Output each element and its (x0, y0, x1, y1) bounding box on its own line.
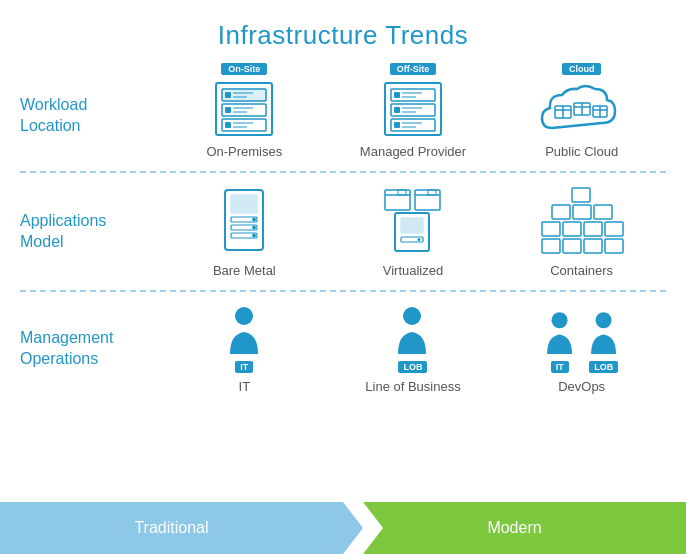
item-bare-metal: Bare Metal (179, 185, 309, 278)
svg-rect-7 (225, 107, 231, 113)
lob-person-group: LOB (390, 304, 435, 373)
bar-traditional: Traditional (0, 502, 343, 554)
svg-rect-63 (563, 239, 581, 253)
item-containers: Containers (517, 185, 647, 278)
containers-icon (537, 185, 627, 257)
svg-rect-17 (402, 92, 422, 94)
on-premises-icon-wrapper: On-Site (208, 73, 280, 138)
on-premises-icon (208, 73, 280, 138)
svg-rect-3 (225, 92, 231, 98)
on-site-badge: On-Site (221, 63, 267, 75)
devops-persons-row: IT LOB (540, 309, 624, 373)
managed-provider-icon (377, 73, 449, 138)
svg-rect-58 (542, 222, 560, 236)
bar-modern: Modern (343, 502, 686, 554)
svg-rect-11 (225, 122, 231, 128)
svg-rect-24 (394, 122, 400, 128)
svg-rect-16 (394, 92, 400, 98)
row-content-applications: Bare Metal Virtual (160, 185, 666, 278)
row-management: ManagementOperations IT IT (0, 292, 686, 406)
row-applications: ApplicationsModel Bare Metal (0, 173, 686, 290)
svg-rect-18 (402, 96, 416, 98)
devops-lob-person-icon (584, 309, 624, 359)
svg-rect-59 (563, 222, 581, 236)
item-managed-provider: Off-Site (348, 73, 478, 159)
svg-point-66 (235, 307, 253, 325)
virtualized-icon (380, 185, 445, 257)
page-container: Infrastructure Trends WorkloadLocation O… (0, 0, 686, 554)
it-person-group: IT (222, 304, 267, 373)
traditional-label: Traditional (134, 519, 208, 537)
svg-point-41 (252, 218, 256, 222)
item-lob: LOB Line of Business (348, 304, 478, 394)
modern-label: Modern (487, 519, 541, 537)
svg-rect-64 (584, 239, 602, 253)
item-virtualized: Virtualized (348, 185, 478, 278)
containers-label: Containers (550, 263, 613, 278)
public-cloud-label: Public Cloud (545, 144, 618, 159)
it-badge: IT (235, 361, 253, 373)
svg-point-42 (252, 226, 256, 230)
row-label-workload: WorkloadLocation (20, 95, 160, 137)
svg-point-67 (403, 307, 421, 325)
svg-rect-5 (233, 96, 247, 98)
item-it: IT IT (179, 304, 309, 394)
svg-point-53 (418, 238, 421, 241)
public-cloud-icon (537, 73, 627, 138)
svg-rect-13 (233, 126, 247, 128)
item-public-cloud: Cloud (517, 73, 647, 159)
lob-label: Line of Business (365, 379, 460, 394)
svg-point-69 (595, 312, 611, 328)
svg-rect-8 (233, 107, 253, 109)
bare-metal-label: Bare Metal (213, 263, 276, 278)
bottom-bar: Traditional Modern (0, 502, 686, 554)
public-cloud-icon-wrapper: Cloud (537, 73, 627, 138)
off-site-badge: Off-Site (390, 63, 437, 75)
svg-rect-62 (542, 239, 560, 253)
svg-rect-21 (402, 107, 422, 109)
cloud-badge: Cloud (562, 63, 602, 75)
virtualized-label: Virtualized (383, 263, 443, 278)
svg-rect-65 (605, 239, 623, 253)
item-devops: IT LOB DevOps (517, 309, 647, 394)
svg-rect-57 (594, 205, 612, 219)
svg-rect-51 (401, 218, 423, 233)
devops-label: DevOps (558, 379, 605, 394)
it-person-icon (222, 304, 267, 359)
it-label: IT (239, 379, 251, 394)
svg-rect-55 (552, 205, 570, 219)
row-label-applications: ApplicationsModel (20, 211, 160, 253)
lob-badge: LOB (398, 361, 427, 373)
item-on-premises: On-Site (179, 73, 309, 159)
svg-rect-20 (394, 107, 400, 113)
svg-rect-12 (233, 122, 253, 124)
lob-person-icon (390, 304, 435, 359)
managed-provider-icon-wrapper: Off-Site (377, 73, 449, 138)
row-workload: WorkloadLocation On-Site (0, 61, 686, 171)
devops-it-person: IT (540, 309, 580, 373)
svg-rect-25 (402, 122, 422, 124)
row-label-management: ManagementOperations (20, 328, 160, 370)
devops-lob-badge: LOB (589, 361, 618, 373)
svg-rect-4 (233, 92, 253, 94)
devops-lob-person: LOB (584, 309, 624, 373)
svg-point-68 (551, 312, 567, 328)
devops-it-person-icon (540, 309, 580, 359)
main-title: Infrastructure Trends (0, 0, 686, 61)
on-premises-label: On-Premises (206, 144, 282, 159)
svg-rect-60 (584, 222, 602, 236)
devops-it-badge: IT (551, 361, 569, 373)
svg-rect-26 (402, 126, 416, 128)
svg-rect-37 (231, 195, 257, 213)
bare-metal-icon (217, 185, 272, 257)
managed-provider-label: Managed Provider (360, 144, 466, 159)
svg-rect-56 (573, 205, 591, 219)
svg-rect-9 (233, 111, 247, 113)
svg-point-43 (252, 234, 256, 238)
svg-rect-61 (605, 222, 623, 236)
row-content-workload: On-Site (160, 73, 666, 159)
svg-rect-54 (572, 188, 590, 202)
row-content-management: IT IT LOB Line of Business (160, 304, 666, 394)
svg-rect-22 (402, 111, 416, 113)
